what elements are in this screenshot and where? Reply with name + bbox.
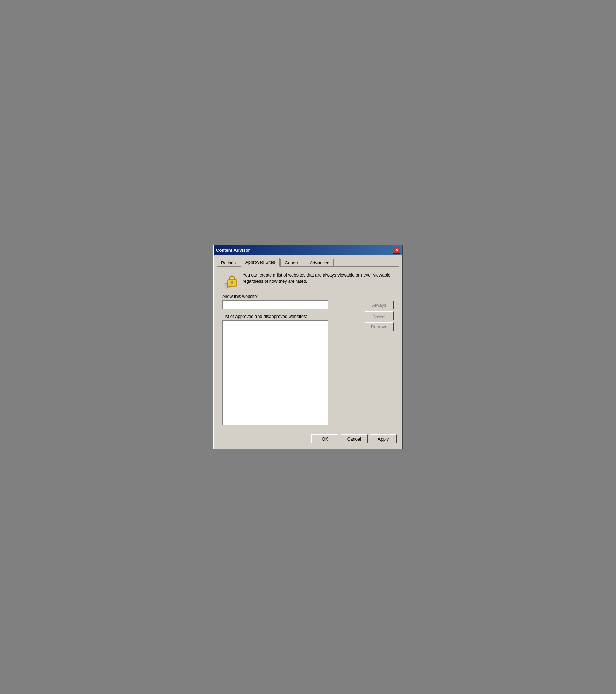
input-column: Allow this website: List of approved and… — [222, 294, 362, 425]
tab-advanced[interactable]: Advanced — [306, 259, 334, 267]
approved-sites-list[interactable] — [222, 320, 328, 425]
never-button[interactable]: Never — [365, 311, 394, 320]
tab-general[interactable]: General — [280, 259, 305, 267]
window-title: Content Advisor — [216, 248, 250, 253]
tab-bar: Ratings Approved Sites General Advanced — [217, 258, 399, 266]
allow-website-label: Allow this website: — [222, 294, 362, 299]
lock-icon — [222, 272, 238, 288]
cancel-button[interactable]: Cancel — [341, 434, 368, 443]
svg-rect-11 — [232, 282, 233, 284]
input-area: Allow this website: List of approved and… — [222, 294, 394, 425]
info-description: You can create a list of websites that a… — [242, 272, 394, 284]
title-bar-controls: ✕ — [393, 247, 400, 254]
title-bar: Content Advisor ✕ — [214, 245, 402, 255]
ok-button[interactable]: OK — [311, 434, 339, 443]
tab-ratings[interactable]: Ratings — [217, 259, 240, 267]
content-advisor-dialog: Content Advisor ✕ Ratings Approved Sites… — [213, 245, 403, 449]
apply-button[interactable]: Apply — [370, 434, 397, 443]
window-body: Ratings Approved Sites General Advanced — [214, 255, 402, 449]
always-button[interactable]: Always — [365, 300, 394, 309]
tab-approved-sites[interactable]: Approved Sites — [241, 258, 279, 267]
website-input[interactable] — [222, 300, 328, 309]
svg-rect-7 — [228, 287, 231, 288]
remove-button[interactable]: Remove — [365, 322, 394, 331]
tab-content: You can create a list of websites that a… — [217, 266, 399, 431]
button-column: Always Never Remove — [365, 294, 394, 331]
bottom-bar: OK Cancel Apply — [217, 431, 399, 446]
close-button[interactable]: ✕ — [393, 247, 400, 254]
info-section: You can create a list of websites that a… — [222, 272, 394, 288]
svg-point-6 — [226, 286, 227, 288]
list-label: List of approved and disapproved website… — [222, 314, 362, 319]
